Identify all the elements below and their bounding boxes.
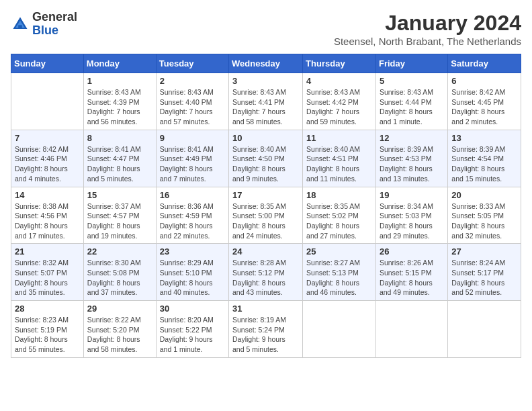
day-info: Sunrise: 8:37 AMSunset: 4:57 PMDaylight:… — [87, 201, 152, 241]
day-number: 6 — [451, 76, 517, 86]
calendar-cell: 9Sunrise: 8:41 AMSunset: 4:49 PMDaylight… — [156, 130, 228, 187]
calendar-cell: 29Sunrise: 8:22 AMSunset: 5:20 PMDayligh… — [83, 301, 156, 358]
weekday-header-sunday: Sunday — [11, 54, 84, 73]
day-number: 11 — [306, 133, 372, 143]
day-info: Sunrise: 8:36 AMSunset: 4:59 PMDaylight:… — [160, 201, 225, 241]
calendar-cell: 5Sunrise: 8:43 AMSunset: 4:44 PMDaylight… — [375, 73, 447, 130]
calendar-cell: 1Sunrise: 8:43 AMSunset: 4:39 PMDaylight… — [83, 73, 156, 130]
calendar-week-row: 28Sunrise: 8:23 AMSunset: 5:19 PMDayligh… — [11, 301, 521, 358]
logo-general: General — [32, 10, 77, 24]
calendar-week-row: 21Sunrise: 8:32 AMSunset: 5:07 PMDayligh… — [11, 244, 521, 301]
day-info: Sunrise: 8:32 AMSunset: 5:07 PMDaylight:… — [15, 258, 80, 298]
day-number: 28 — [15, 304, 80, 314]
day-number: 10 — [232, 133, 299, 143]
day-number: 13 — [451, 133, 517, 143]
day-info: Sunrise: 8:43 AMSunset: 4:39 PMDaylight:… — [87, 87, 152, 127]
logo-blue: Blue — [32, 24, 58, 37]
title-area: January 2024 Steensel, North Brabant, Th… — [334, 11, 521, 47]
weekday-header-saturday: Saturday — [448, 54, 521, 73]
calendar-table: SundayMondayTuesdayWednesdayThursdayFrid… — [11, 54, 521, 358]
day-info: Sunrise: 8:43 AMSunset: 4:41 PMDaylight:… — [232, 87, 299, 127]
calendar-cell: 31Sunrise: 8:19 AMSunset: 5:24 PMDayligh… — [229, 301, 303, 358]
logo-icon — [11, 15, 30, 34]
calendar-cell: 4Sunrise: 8:43 AMSunset: 4:42 PMDaylight… — [303, 73, 376, 130]
day-number: 4 — [306, 76, 372, 86]
weekday-header-friday: Friday — [375, 54, 447, 73]
weekday-header-monday: Monday — [83, 54, 156, 73]
day-number: 23 — [160, 246, 225, 257]
day-number: 17 — [232, 190, 299, 200]
calendar-cell: 22Sunrise: 8:30 AMSunset: 5:08 PMDayligh… — [83, 244, 156, 301]
weekday-header-thursday: Thursday — [303, 54, 376, 73]
day-number: 25 — [306, 246, 372, 257]
calendar-cell: 28Sunrise: 8:23 AMSunset: 5:19 PMDayligh… — [11, 301, 84, 358]
calendar-cell: 3Sunrise: 8:43 AMSunset: 4:41 PMDaylight… — [229, 73, 303, 130]
logo: General Blue — [11, 11, 77, 38]
day-number: 12 — [380, 133, 444, 143]
calendar-cell: 30Sunrise: 8:20 AMSunset: 5:22 PMDayligh… — [156, 301, 228, 358]
day-info: Sunrise: 8:24 AMSunset: 5:17 PMDaylight:… — [451, 258, 517, 298]
calendar-week-row: 7Sunrise: 8:42 AMSunset: 4:46 PMDaylight… — [11, 130, 521, 187]
day-info: Sunrise: 8:30 AMSunset: 5:08 PMDaylight:… — [87, 258, 152, 298]
day-number: 19 — [380, 190, 444, 200]
day-number: 18 — [306, 190, 372, 200]
calendar-subtitle: Steensel, North Brabant, The Netherlands — [334, 36, 521, 47]
day-info: Sunrise: 8:26 AMSunset: 5:15 PMDaylight:… — [380, 258, 444, 298]
day-info: Sunrise: 8:28 AMSunset: 5:12 PMDaylight:… — [232, 258, 299, 298]
day-number: 3 — [232, 76, 299, 86]
page-header: General Blue January 2024 Steensel, Nort… — [11, 11, 521, 47]
calendar-cell: 16Sunrise: 8:36 AMSunset: 4:59 PMDayligh… — [156, 187, 228, 244]
weekday-header-tuesday: Tuesday — [156, 54, 228, 73]
calendar-cell: 11Sunrise: 8:40 AMSunset: 4:51 PMDayligh… — [303, 130, 376, 187]
calendar-cell: 19Sunrise: 8:34 AMSunset: 5:03 PMDayligh… — [375, 187, 447, 244]
calendar-cell: 14Sunrise: 8:38 AMSunset: 4:56 PMDayligh… — [11, 187, 84, 244]
calendar-cell: 18Sunrise: 8:35 AMSunset: 5:02 PMDayligh… — [303, 187, 376, 244]
calendar-cell — [375, 301, 447, 358]
calendar-cell — [11, 73, 84, 130]
day-number: 5 — [380, 76, 444, 86]
day-info: Sunrise: 8:35 AMSunset: 5:02 PMDaylight:… — [306, 201, 372, 241]
day-number: 24 — [232, 246, 299, 257]
calendar-cell: 8Sunrise: 8:41 AMSunset: 4:47 PMDaylight… — [83, 130, 156, 187]
calendar-cell: 15Sunrise: 8:37 AMSunset: 4:57 PMDayligh… — [83, 187, 156, 244]
day-info: Sunrise: 8:43 AMSunset: 4:42 PMDaylight:… — [306, 87, 372, 127]
day-number: 26 — [380, 246, 444, 257]
calendar-cell: 6Sunrise: 8:42 AMSunset: 4:45 PMDaylight… — [448, 73, 521, 130]
weekday-header-wednesday: Wednesday — [229, 54, 303, 73]
day-info: Sunrise: 8:22 AMSunset: 5:20 PMDaylight:… — [87, 315, 152, 355]
day-info: Sunrise: 8:20 AMSunset: 5:22 PMDaylight:… — [160, 315, 225, 355]
day-number: 14 — [15, 190, 80, 200]
day-number: 15 — [87, 190, 152, 200]
day-info: Sunrise: 8:39 AMSunset: 4:53 PMDaylight:… — [380, 144, 444, 184]
day-number: 8 — [87, 133, 152, 143]
day-number: 16 — [160, 190, 225, 200]
calendar-cell: 26Sunrise: 8:26 AMSunset: 5:15 PMDayligh… — [375, 244, 447, 301]
calendar-cell: 25Sunrise: 8:27 AMSunset: 5:13 PMDayligh… — [303, 244, 376, 301]
day-info: Sunrise: 8:42 AMSunset: 4:45 PMDaylight:… — [451, 87, 517, 127]
calendar-cell: 27Sunrise: 8:24 AMSunset: 5:17 PMDayligh… — [448, 244, 521, 301]
day-info: Sunrise: 8:19 AMSunset: 5:24 PMDaylight:… — [232, 315, 299, 355]
day-info: Sunrise: 8:23 AMSunset: 5:19 PMDaylight:… — [15, 315, 80, 355]
calendar-cell: 24Sunrise: 8:28 AMSunset: 5:12 PMDayligh… — [229, 244, 303, 301]
day-number: 7 — [15, 133, 80, 143]
day-info: Sunrise: 8:27 AMSunset: 5:13 PMDaylight:… — [306, 258, 372, 298]
day-info: Sunrise: 8:35 AMSunset: 5:00 PMDaylight:… — [232, 201, 299, 241]
calendar-cell: 17Sunrise: 8:35 AMSunset: 5:00 PMDayligh… — [229, 187, 303, 244]
calendar-cell: 7Sunrise: 8:42 AMSunset: 4:46 PMDaylight… — [11, 130, 84, 187]
logo-text: General Blue — [32, 11, 77, 38]
day-info: Sunrise: 8:41 AMSunset: 4:47 PMDaylight:… — [87, 144, 152, 184]
calendar-week-row: 1Sunrise: 8:43 AMSunset: 4:39 PMDaylight… — [11, 73, 521, 130]
calendar-cell: 10Sunrise: 8:40 AMSunset: 4:50 PMDayligh… — [229, 130, 303, 187]
day-info: Sunrise: 8:43 AMSunset: 4:44 PMDaylight:… — [380, 87, 444, 127]
day-number: 29 — [87, 304, 152, 314]
day-number: 2 — [160, 76, 225, 86]
day-info: Sunrise: 8:40 AMSunset: 4:50 PMDaylight:… — [232, 144, 299, 184]
day-info: Sunrise: 8:38 AMSunset: 4:56 PMDaylight:… — [15, 201, 80, 241]
day-number: 20 — [451, 190, 517, 200]
day-number: 22 — [87, 246, 152, 257]
calendar-cell: 13Sunrise: 8:39 AMSunset: 4:54 PMDayligh… — [448, 130, 521, 187]
calendar-title: January 2024 — [334, 11, 521, 36]
day-number: 21 — [15, 246, 80, 257]
day-info: Sunrise: 8:39 AMSunset: 4:54 PMDaylight:… — [451, 144, 517, 184]
day-info: Sunrise: 8:29 AMSunset: 5:10 PMDaylight:… — [160, 258, 225, 298]
